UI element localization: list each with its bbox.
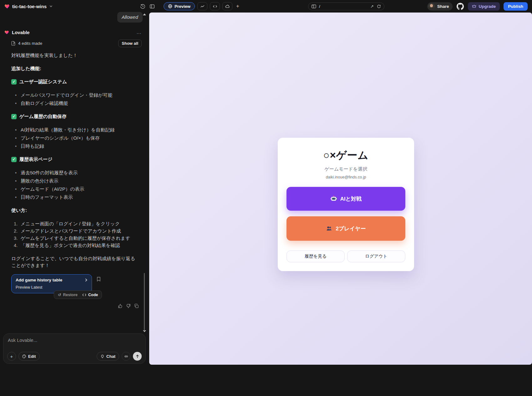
- github-button[interactable]: [456, 3, 464, 10]
- section-title-text: ユーザー認証システム: [19, 78, 67, 85]
- url-actions: ↗: [370, 4, 381, 9]
- crown-icon: [472, 4, 476, 8]
- restore-button[interactable]: ↺ Restore: [58, 292, 78, 297]
- assistant-message: 対戦履歴機能を実装しました！ 追加した機能: ✓ ユーザー認証システム メール/…: [11, 52, 136, 275]
- game-title: ○×ゲーム: [278, 148, 414, 162]
- publish-button[interactable]: Publish: [504, 2, 528, 11]
- add-tab-button[interactable]: +: [235, 3, 241, 9]
- list-item: 日時も記録: [11, 142, 136, 150]
- voice-input-button[interactable]: [122, 352, 130, 361]
- thumbs-up-button[interactable]: [118, 304, 123, 309]
- two-player-button[interactable]: 2プレイヤー: [286, 216, 405, 241]
- lightbulb-icon: [100, 354, 104, 358]
- step-item: ゲームをプレイすると自動的に履歴が保存されます: [11, 234, 136, 242]
- bullet-list: メール/パスワードでログイン・登録が可能 自動ログイン確認機能: [11, 91, 136, 107]
- open-external-icon[interactable]: ↗: [370, 4, 374, 9]
- play-vs-ai-label: AIと対戦: [340, 195, 362, 203]
- project-name: tic-tac-toe-wins: [12, 4, 47, 9]
- message-outro: ログインすることで、いつでも自分の対戦成績を振り返ることができます！: [11, 255, 136, 269]
- message-menu-button[interactable]: …: [136, 29, 142, 35]
- share-label: Share: [437, 4, 449, 9]
- arrow-up-icon: [135, 354, 139, 358]
- scroll-up-icon[interactable]: [143, 13, 146, 15]
- code-icon: [213, 4, 217, 9]
- refresh-icon[interactable]: [377, 4, 381, 8]
- list-item: ゲームモード（AI/2P）の表示: [11, 185, 136, 193]
- view-code-button[interactable]: Code: [82, 293, 98, 297]
- list-item: 過去50件の対戦履歴を表示: [11, 169, 136, 177]
- history-icon[interactable]: [140, 4, 145, 9]
- attach-button[interactable]: +: [7, 352, 16, 361]
- section-title: ✓ ゲーム履歴の自動保存: [11, 113, 136, 120]
- preview-tab[interactable]: Preview: [164, 2, 195, 10]
- code-view-button[interactable]: [210, 2, 220, 10]
- list-item: メール/パスワードでログイン・登録が可能: [11, 91, 136, 99]
- list-item: 日時のフォーマット表示: [11, 193, 136, 201]
- waveform-icon: [124, 354, 128, 358]
- version-card-status: Preview Latest: [16, 285, 88, 290]
- chat-mode-button[interactable]: Chat: [97, 352, 119, 361]
- topbar: tic-tac-toe-wins Preview +: [0, 0, 532, 13]
- app-preview-pane: ○×ゲーム ゲームモードを選択 daiki.inoue@finds.co.jp …: [149, 13, 532, 365]
- preview-tab-label: Preview: [175, 4, 190, 9]
- section-title-text: ゲーム履歴の自動保存: [19, 113, 67, 120]
- chat-input[interactable]: [8, 337, 142, 343]
- chevron-right-icon: [84, 278, 88, 282]
- analytics-button[interactable]: [197, 2, 207, 10]
- list-item: 勝敗の色分け表示: [11, 177, 136, 185]
- chat-mode-label: Chat: [106, 354, 115, 359]
- view-history-button[interactable]: 履歴を見る: [286, 250, 345, 262]
- section-title-text: 履歴表示ページ: [19, 156, 53, 163]
- upgrade-button[interactable]: Upgrade: [468, 2, 500, 11]
- preview-url-bar[interactable]: / ↗: [308, 3, 384, 10]
- cloud-icon: [225, 4, 230, 9]
- user-email: daiki.inoue@finds.co.jp: [278, 175, 414, 179]
- show-all-button[interactable]: Show all: [118, 39, 142, 47]
- undo-icon: ↺: [58, 292, 61, 297]
- copy-button[interactable]: [134, 304, 139, 309]
- copy-icon: [134, 304, 139, 308]
- palette-icon: [22, 354, 26, 358]
- play-vs-ai-button[interactable]: AIと対戦: [286, 187, 405, 211]
- chevron-down-icon: [49, 5, 53, 8]
- globe-icon: [168, 4, 172, 8]
- list-item: AI対戦の結果（勝敗・引き分け）を自動記録: [11, 126, 136, 134]
- agent-name: Lovable: [12, 30, 134, 35]
- file-edit-icon: [11, 41, 15, 46]
- chat-sidebar: Allowed Lovable … 4 edits made Show all …: [0, 13, 149, 396]
- cloud-button[interactable]: [222, 2, 232, 10]
- project-menu[interactable]: tic-tac-toe-wins: [4, 0, 53, 13]
- code-icon: [82, 293, 86, 296]
- version-card-header: Add game history table: [16, 278, 88, 282]
- message-intro: 対戦履歴機能を実装しました！: [11, 52, 136, 59]
- robot-icon: [330, 195, 337, 202]
- bullet-list: 過去50件の対戦履歴を表示 勝敗の色分け表示 ゲームモード（AI/2P）の表示 …: [11, 169, 136, 201]
- edit-mode-button[interactable]: Edit: [18, 352, 40, 361]
- thumbs-down-button[interactable]: [126, 304, 131, 309]
- composer-toolbar: + Edit Chat: [7, 352, 142, 361]
- restore-label: Restore: [63, 293, 78, 297]
- usage-heading: 使い方:: [11, 207, 136, 214]
- send-button[interactable]: [133, 352, 142, 361]
- bookmark-button[interactable]: [97, 277, 101, 283]
- features-heading: 追加した機能:: [11, 65, 136, 72]
- version-actions: ↺ Restore Code: [54, 291, 102, 299]
- section-title: ✓ 履歴表示ページ: [11, 156, 136, 163]
- upgrade-label: Upgrade: [479, 4, 496, 9]
- code-label: Code: [88, 293, 98, 297]
- list-item: 自動ログイン確認機能: [11, 99, 136, 107]
- step-item: メールアドレスとパスワードでアカウント作成: [11, 227, 136, 234]
- mode-switcher: Preview +: [164, 0, 241, 13]
- thumbs-down-icon: [126, 304, 131, 308]
- lovable-logo-icon: [4, 3, 10, 9]
- url-path[interactable]: /: [319, 4, 367, 9]
- logout-button[interactable]: ログアウト: [347, 250, 405, 262]
- lovable-logo-icon: [4, 30, 9, 35]
- user-avatar: [428, 3, 435, 10]
- edit-mode-label: Edit: [28, 354, 36, 359]
- chat-scrollbar[interactable]: [144, 273, 145, 331]
- thumbs-up-icon: [118, 304, 123, 308]
- panel-toggle-icon[interactable]: [149, 4, 155, 9]
- share-button[interactable]: Share: [427, 2, 453, 11]
- game-menu-card: ○×ゲーム ゲームモードを選択 daiki.inoue@finds.co.jp …: [278, 138, 414, 271]
